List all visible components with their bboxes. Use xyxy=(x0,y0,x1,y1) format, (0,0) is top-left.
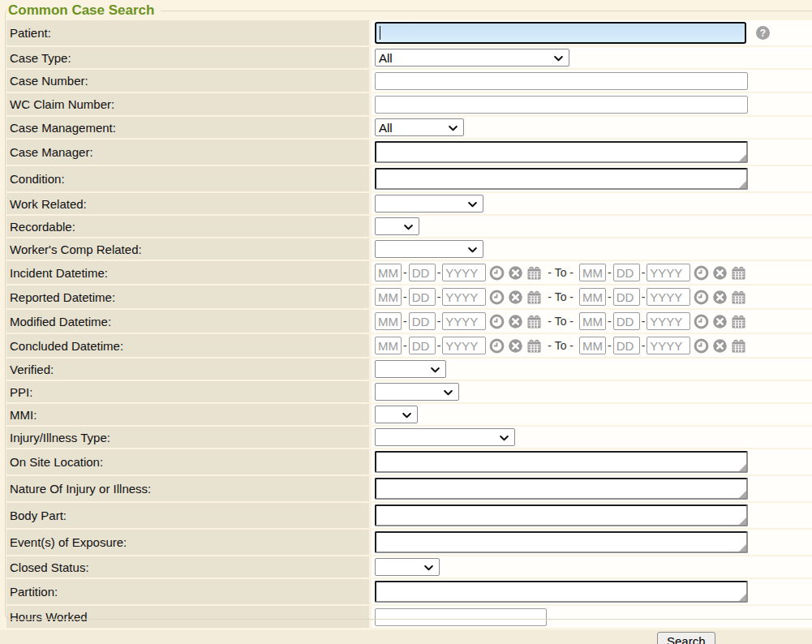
field-label-body-part: Body Part: xyxy=(6,503,369,528)
reported-datetime-from-year-input[interactable] xyxy=(442,288,486,306)
field-label-nature-of-injury-or-illness: Nature Of Injury or Illness: xyxy=(6,476,369,501)
clear-icon[interactable] xyxy=(712,338,728,354)
on-site-location-textarea[interactable] xyxy=(375,451,748,473)
recordable-select[interactable] xyxy=(375,217,419,235)
case-manager-textarea[interactable] xyxy=(375,141,748,163)
time-icon[interactable] xyxy=(694,290,709,305)
time-icon[interactable] xyxy=(489,290,505,305)
closed-status-select[interactable] xyxy=(375,558,440,576)
condition-textarea[interactable] xyxy=(375,168,748,190)
calendar-icon[interactable] xyxy=(526,338,542,354)
field-control-body-part xyxy=(372,503,812,528)
mmi-select[interactable] xyxy=(375,406,418,423)
calendar-icon[interactable] xyxy=(731,265,746,281)
date-separator: - xyxy=(437,339,441,352)
calendar-icon[interactable] xyxy=(731,290,746,305)
case-management-select[interactable]: All xyxy=(375,118,464,136)
form-row-nature-of-injury-or-illness: Nature Of Injury or Illness: xyxy=(6,476,812,501)
concluded-datetime-to-year-input[interactable] xyxy=(647,337,690,354)
calendar-icon[interactable] xyxy=(526,290,542,305)
concluded-datetime-from-day-input[interactable] xyxy=(409,337,436,354)
form-row-verified: Verified: xyxy=(6,358,812,380)
field-label-recordable: Recordable: xyxy=(6,216,369,237)
incident-datetime-from-month-input[interactable] xyxy=(375,264,402,281)
work-related-select[interactable] xyxy=(375,195,483,213)
form-row-event-s-of-exposure: Event(s) of Exposure: xyxy=(6,530,812,555)
calendar-icon[interactable] xyxy=(526,314,542,329)
injury-illness-type-select[interactable] xyxy=(375,428,515,446)
incident-datetime-to-month-input[interactable] xyxy=(579,264,606,281)
date-separator: - xyxy=(608,315,612,328)
modified-datetime-from-day-input[interactable] xyxy=(409,312,436,330)
date-separator: - xyxy=(608,266,612,279)
reported-datetime-to-year-input[interactable] xyxy=(647,288,690,306)
reported-datetime-to-month-input[interactable] xyxy=(579,288,606,306)
footer-bar: Search xyxy=(0,630,812,644)
reported-datetime-from-month-input[interactable] xyxy=(375,288,402,306)
to-separator: - To - xyxy=(548,339,574,352)
clear-icon[interactable] xyxy=(508,290,523,305)
worker-s-comp-related-select[interactable] xyxy=(375,240,483,258)
modified-datetime-from-year-input[interactable] xyxy=(442,312,486,330)
time-icon[interactable] xyxy=(694,338,709,354)
reported-datetime-from-day-input[interactable] xyxy=(409,288,436,306)
field-control-case-number xyxy=(372,70,812,92)
modified-datetime-from-month-input[interactable] xyxy=(375,312,402,330)
time-icon[interactable] xyxy=(694,314,709,329)
to-separator: - To - xyxy=(548,290,574,303)
time-icon[interactable] xyxy=(694,265,709,281)
form-row-case-management: Case Management:All xyxy=(6,117,812,138)
concluded-datetime-from-year-input[interactable] xyxy=(442,337,486,354)
modified-datetime-to-month-input[interactable] xyxy=(579,312,606,330)
field-control-injury-illness-type xyxy=(372,427,812,448)
field-control-verified xyxy=(372,358,812,380)
calendar-icon[interactable] xyxy=(526,265,542,281)
field-label-verified: Verified: xyxy=(6,358,369,380)
case-type-select[interactable]: All xyxy=(375,49,569,67)
concluded-datetime-to-month-input[interactable] xyxy=(579,337,606,354)
clear-icon[interactable] xyxy=(508,314,523,329)
clear-icon[interactable] xyxy=(508,265,523,281)
incident-datetime-to-day-input[interactable] xyxy=(613,264,640,281)
field-label-condition: Condition: xyxy=(6,166,369,191)
modified-datetime-to-day-input[interactable] xyxy=(613,312,640,330)
incident-datetime-from-year-input[interactable] xyxy=(442,264,486,281)
calendar-icon[interactable] xyxy=(731,314,746,329)
date-separator: - xyxy=(642,266,646,279)
clear-icon[interactable] xyxy=(508,338,523,354)
field-label-closed-status: Closed Status: xyxy=(6,556,369,577)
field-label-reported-datetime: Reported Datetime: xyxy=(6,286,369,308)
time-icon[interactable] xyxy=(489,314,505,329)
ppi-select[interactable] xyxy=(375,383,459,401)
field-control-incident-datetime: --- To --- xyxy=(372,261,812,284)
hours-worked-input[interactable] xyxy=(375,608,547,626)
incident-datetime-to-year-input[interactable] xyxy=(647,264,690,281)
calendar-icon[interactable] xyxy=(731,338,746,354)
patient-input[interactable] xyxy=(375,22,746,44)
clear-icon[interactable] xyxy=(712,265,728,281)
incident-datetime-from-day-input[interactable] xyxy=(409,264,436,281)
search-button[interactable]: Search xyxy=(657,632,715,644)
modified-datetime-to-year-input[interactable] xyxy=(647,312,690,330)
time-icon[interactable] xyxy=(489,338,505,354)
field-label-case-type: Case Type: xyxy=(6,47,369,68)
date-separator: - xyxy=(403,339,407,352)
wc-claim-number-input[interactable] xyxy=(375,96,748,114)
time-icon[interactable] xyxy=(489,265,505,281)
case-number-input[interactable] xyxy=(375,72,748,90)
partition-textarea[interactable] xyxy=(375,581,748,603)
reported-datetime-to-day-input[interactable] xyxy=(613,288,640,306)
date-separator: - xyxy=(437,290,441,303)
verified-select[interactable] xyxy=(375,360,446,378)
field-label-on-site-location: On Site Location: xyxy=(6,449,369,474)
legend-divider xyxy=(161,11,812,11)
event-s-of-exposure-textarea[interactable] xyxy=(375,531,748,553)
form-row-modified-datetime: Modified Datetime:--- To --- xyxy=(6,310,812,333)
nature-of-injury-or-illness-textarea[interactable] xyxy=(375,478,748,500)
clear-icon[interactable] xyxy=(712,314,728,329)
clear-icon[interactable] xyxy=(712,290,728,305)
concluded-datetime-from-month-input[interactable] xyxy=(375,337,402,354)
help-icon[interactable]: ? xyxy=(756,26,770,40)
concluded-datetime-to-day-input[interactable] xyxy=(613,337,640,354)
body-part-textarea[interactable] xyxy=(375,504,748,526)
